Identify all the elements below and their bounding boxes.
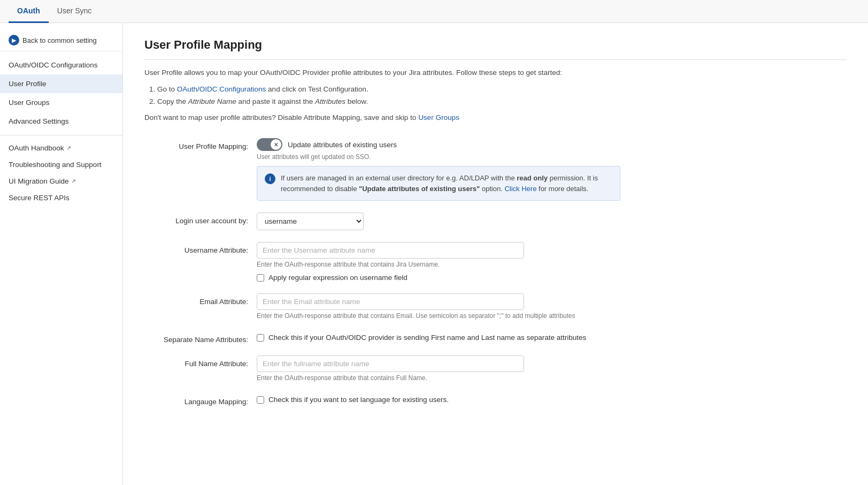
info-box-text: If users are managed in an external user… (281, 173, 612, 194)
sidebar-link-oauth-handbook[interactable]: OAuth Handbook ↗ (0, 140, 122, 156)
info-icon: i (265, 173, 275, 184)
toggle-hint: User attributes will get updated on SSO. (257, 153, 620, 161)
username-attribute-hint: Enter the OAuth-response attribute that … (257, 261, 620, 268)
back-button-label: Back to common setting (22, 36, 97, 44)
main-content: User Profile Mapping User Profile allows… (123, 23, 868, 485)
sidebar-divider (0, 135, 122, 135)
toggle-label: Update attributes of existing users (288, 141, 397, 149)
user-profile-mapping-label: User Profile Mapping: (144, 138, 257, 150)
full-name-attribute-label: Full Name Attribute: (144, 355, 257, 368)
sidebar-item-oauth-oidc-configurations[interactable]: OAuth/OIDC Configurations (0, 56, 122, 74)
top-tabs-bar: OAuth User Sync (0, 0, 868, 23)
full-name-attribute-row: Full Name Attribute: Enter the OAuth-res… (144, 355, 847, 382)
email-attribute-field: Enter the OAuth-response attribute that … (257, 293, 620, 320)
full-name-attribute-field: Enter the OAuth-response attribute that … (257, 355, 620, 382)
ui-migration-label: UI Migration Guide (9, 177, 69, 185)
update-attributes-toggle[interactable]: ✕ (257, 138, 282, 151)
intro-line1: User Profile allows you to map your OAut… (144, 67, 847, 78)
separate-name-checkbox-row: Check this if your OAuth/OIDC provider i… (257, 334, 620, 342)
separate-name-field: Check this if your OAuth/OIDC provider i… (257, 331, 620, 342)
language-mapping-field: Check this if you want to set language f… (257, 393, 620, 404)
separate-name-checkbox-label: Check this if your OAuth/OIDC provider i… (268, 334, 586, 342)
language-mapping-row: Langauge Mapping: Check this if you want… (144, 393, 847, 406)
intro-skip-text: Don't want to map user profile attribute… (144, 112, 847, 123)
intro-step-2: Copy the Attribute Name and paste it aga… (157, 96, 847, 108)
language-mapping-checkbox-label: Check this if you want to set language f… (268, 396, 449, 404)
secure-rest-apis-label: Secure REST APIs (9, 194, 70, 202)
separate-name-row: Separate Name Attributes: Check this if … (144, 331, 847, 344)
sidebar-link-troubleshooting[interactable]: Troubleshooting and Support (0, 156, 122, 173)
troubleshooting-label: Troubleshooting and Support (9, 161, 102, 169)
separate-name-checkbox[interactable] (257, 334, 264, 342)
tab-oauth[interactable]: OAuth (9, 0, 49, 23)
username-attribute-row: Username Attribute: Enter the OAuth-resp… (144, 242, 847, 282)
sidebar-link-ui-migration[interactable]: UI Migration Guide ↗ (0, 173, 122, 190)
click-here-link[interactable]: Click Here (504, 185, 536, 193)
username-attribute-label: Username Attribute: (144, 242, 257, 254)
user-profile-mapping-row: User Profile Mapping: ✕ Update attribute… (144, 138, 847, 201)
intro-steps-list: Go to OAuth/OIDC Configurations and clic… (157, 84, 847, 108)
user-groups-skip-link[interactable]: User Groups (418, 113, 459, 122)
form-section: User Profile Mapping: ✕ Update attribute… (144, 138, 847, 406)
login-user-account-label: Login user account by: (144, 213, 257, 225)
username-regex-checkbox-row: Apply regular expression on username fie… (257, 274, 620, 282)
email-attribute-hint: Enter the OAuth-response attribute that … (257, 312, 620, 320)
intro-step-1: Go to OAuth/OIDC Configurations and clic… (157, 84, 847, 96)
sidebar-item-user-groups[interactable]: User Groups (0, 93, 122, 112)
username-attribute-field: Enter the OAuth-response attribute that … (257, 242, 620, 282)
language-mapping-label: Langauge Mapping: (144, 393, 257, 406)
external-link-icon: ↗ (66, 145, 71, 151)
oauth-handbook-label: OAuth Handbook (9, 144, 64, 152)
email-attribute-row: Email Attribute: Enter the OAuth-respons… (144, 293, 847, 320)
info-box: i If users are managed in an external us… (257, 166, 620, 201)
toggle-row: ✕ Update attributes of existing users (257, 138, 620, 151)
external-link-icon-2: ↗ (71, 178, 76, 185)
full-name-attribute-input[interactable] (257, 355, 524, 372)
user-profile-mapping-field: ✕ Update attributes of existing users Us… (257, 138, 620, 201)
back-icon: ▶ (9, 35, 19, 46)
email-attribute-label: Email Attribute: (144, 293, 257, 306)
sidebar-item-advanced-settings[interactable]: Advanced Settings (0, 112, 122, 131)
sidebar: ▶ Back to common setting OAuth/OIDC Conf… (0, 23, 123, 485)
username-regex-label: Apply regular expression on username fie… (268, 274, 408, 282)
info-bold-disable: "Update attributes of existing users" (359, 185, 480, 193)
sidebar-item-user-profile[interactable]: User Profile (0, 74, 122, 93)
full-name-attribute-hint: Enter the OAuth-response attribute that … (257, 374, 620, 382)
oauth-oidc-link[interactable]: OAuth/OIDC Configurations (177, 85, 266, 93)
page-title: User Profile Mapping (144, 38, 847, 60)
toggle-x-icon: ✕ (271, 139, 281, 150)
sidebar-link-secure-rest-apis[interactable]: Secure REST APIs (0, 190, 122, 206)
separate-name-label: Separate Name Attributes: (144, 331, 257, 344)
tab-user-sync[interactable]: User Sync (49, 0, 101, 23)
language-mapping-checkbox[interactable] (257, 396, 264, 404)
language-mapping-checkbox-row: Check this if you want to set language f… (257, 396, 620, 404)
email-attribute-input[interactable] (257, 293, 524, 310)
back-to-common-setting-button[interactable]: ▶ Back to common setting (0, 29, 122, 51)
login-user-account-row: Login user account by: username email di… (144, 213, 847, 230)
login-user-account-select[interactable]: username email display name (257, 213, 364, 230)
login-user-account-field: username email display name (257, 213, 620, 230)
username-attribute-input[interactable] (257, 242, 524, 259)
username-regex-checkbox[interactable] (257, 274, 264, 282)
info-bold-readonly: read only (517, 174, 548, 182)
